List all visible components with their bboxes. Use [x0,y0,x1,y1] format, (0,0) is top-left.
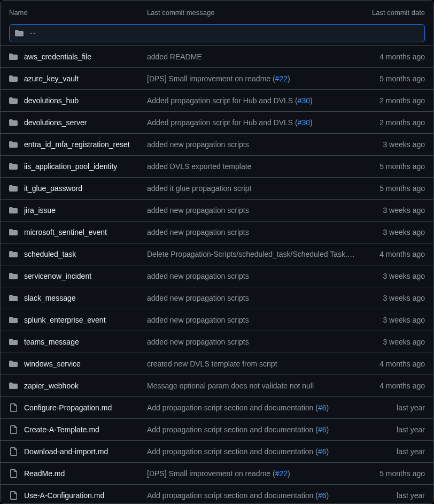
commit-message[interactable]: Added propagation script for Hub and DVL… [147,96,355,105]
folder-entry: slack_message [9,294,147,302]
commit-date: 2 months ago [355,118,425,127]
commit-message[interactable]: added DVLS exported template [147,162,355,171]
table-row: splunk_enterprise_eventadded new propaga… [1,309,433,331]
entry-name-link[interactable]: jira_issue [24,206,56,215]
entry-name-link[interactable]: splunk_enterprise_event [24,316,106,324]
commit-message-text: added new propagation scripts [147,228,249,236]
pull-request-link[interactable]: #6 [318,403,327,412]
folder-icon [9,96,18,105]
entry-name-link[interactable]: iis_application_pool_identity [24,162,117,171]
commit-message-text: Message optional param does not validate… [147,381,314,390]
parent-directory-row[interactable]: .. [9,24,425,42]
entry-name-link[interactable]: scheduled_task [24,250,76,258]
table-row: jira_issueadded new propagation scripts3… [1,199,433,221]
table-row: teams_messageadded new propagation scrip… [1,331,433,353]
table-row: scheduled_taskDelete Propagation-Scripts… [1,243,433,265]
commit-message-text: Add propagation script section and docum… [147,403,318,412]
commit-message-text: Add propagation script section and docum… [147,491,318,500]
commit-message[interactable]: added new propagation scripts [147,294,355,302]
folder-entry: servicenow_incident [9,272,147,280]
commit-message[interactable]: Add propagation script section and docum… [147,447,355,456]
folder-entry: microsoft_sentinel_event [9,228,147,236]
commit-message[interactable]: Add propagation script section and docum… [147,491,355,500]
pull-request-link[interactable]: #22 [275,469,288,478]
file-icon [9,403,18,412]
commit-message[interactable]: added new propagation scripts [147,206,355,215]
table-row: zapier_webhookMessage optional param doe… [1,375,433,396]
entry-name-link[interactable]: it_glue_password [24,184,82,193]
table-row: azure_key_vault[DPS] Small improvement o… [1,67,433,89]
file-icon [9,469,18,478]
table-row: Configure-Propagation.mdAdd propagation … [1,396,433,418]
commit-message[interactable]: added it glue propagation script [147,184,355,193]
entry-name-link[interactable]: azure_key_vault [24,74,79,83]
commit-message[interactable]: Added propagation script for Hub and DVL… [147,118,355,127]
entry-name-link[interactable]: Create-A-Template.md [24,425,99,434]
commit-message[interactable]: added new propagation scripts [147,316,355,324]
table-row: Use-A-Configuration.mdAdd propagation sc… [1,484,433,504]
commit-message[interactable]: added new propagation scripts [147,272,355,280]
commit-message[interactable]: Add propagation script section and docum… [147,403,355,412]
commit-date: 3 weeks ago [355,316,425,324]
entry-name-link[interactable]: entra_id_mfa_registration_reset [24,140,130,149]
table-row: Download-and-import.mdAdd propagation sc… [1,440,433,462]
commit-message[interactable]: added new propagation scripts [147,140,355,149]
pull-request-link[interactable]: #30 [298,96,310,105]
entry-name-link[interactable]: aws_credentials_file [24,52,91,61]
folder-entry: teams_message [9,338,147,346]
entry-name-link[interactable]: Configure-Propagation.md [24,403,112,412]
pull-request-link[interactable]: #30 [298,118,310,127]
commit-message-text: added it glue propagation script [147,184,251,193]
commit-message[interactable]: Add propagation script section and docum… [147,425,355,434]
table-row: it_glue_passwordadded it glue propagatio… [1,177,433,199]
column-header-name[interactable]: Name [9,9,147,17]
commit-message[interactable]: added README [147,52,355,61]
entry-name-link[interactable]: zapier_webhook [24,381,79,390]
folder-icon [9,250,18,258]
pull-request-link[interactable]: #6 [318,447,327,456]
commit-message-text: added new propagation scripts [147,294,249,302]
pull-request-link[interactable]: #6 [318,491,327,500]
commit-message[interactable]: created new DVLS template from script [147,360,355,368]
entry-name-link[interactable]: slack_message [24,294,76,302]
entry-name-link[interactable]: teams_message [24,338,79,346]
entry-name-link[interactable]: windows_service [24,360,81,368]
file-list-header: Name Last commit message Last commit dat… [1,1,433,24]
folder-icon [9,338,18,346]
entry-name-link[interactable]: Use-A-Configuration.md [24,491,104,500]
commit-message[interactable]: added new propagation scripts [147,338,355,346]
folder-entry: azure_key_vault [9,74,147,83]
commit-message-text: Add propagation script section and docum… [147,447,318,456]
folder-icon [9,360,18,368]
table-row: Create-A-Template.mdAdd propagation scri… [1,418,433,440]
commit-date: 3 weeks ago [355,228,425,236]
entry-name-link[interactable]: devolutions_hub [24,96,79,105]
commit-message[interactable]: [DPS] Small improvement on readme (#22) [147,469,355,478]
table-row: devolutions_hubAdded propagation script … [1,89,433,111]
commit-message-text: added new propagation scripts [147,272,249,280]
entry-name-link[interactable]: devolutions_server [24,118,87,127]
pull-request-link[interactable]: #22 [275,74,288,83]
commit-message[interactable]: Message optional param does not validate… [147,381,355,390]
folder-icon [9,74,18,83]
folder-icon [9,294,18,302]
commit-message-text: [DPS] Small improvement on readme ( [147,74,275,83]
entry-name-link[interactable]: ReadMe.md [24,469,65,478]
file-entry: Create-A-Template.md [9,425,147,434]
file-list-body: aws_credentials_fileadded README4 months… [1,45,433,504]
folder-icon [9,184,18,193]
entry-name-link[interactable]: servicenow_incident [24,272,91,280]
folder-entry: scheduled_task [9,250,147,258]
entry-name-link[interactable]: Download-and-import.md [24,447,108,456]
folder-entry: zapier_webhook [9,381,147,390]
commit-message-text: [DPS] Small improvement on readme ( [147,469,275,478]
folder-icon [9,272,18,280]
commit-date: 3 weeks ago [355,294,425,302]
commit-date: last year [355,403,425,412]
file-icon [9,447,18,456]
commit-message[interactable]: Delete Propagation-Scripts/scheduled_tas… [147,250,355,258]
commit-message[interactable]: added new propagation scripts [147,228,355,236]
pull-request-link[interactable]: #6 [318,425,327,434]
entry-name-link[interactable]: microsoft_sentinel_event [24,228,107,236]
commit-message[interactable]: [DPS] Small improvement on readme (#22) [147,74,355,83]
